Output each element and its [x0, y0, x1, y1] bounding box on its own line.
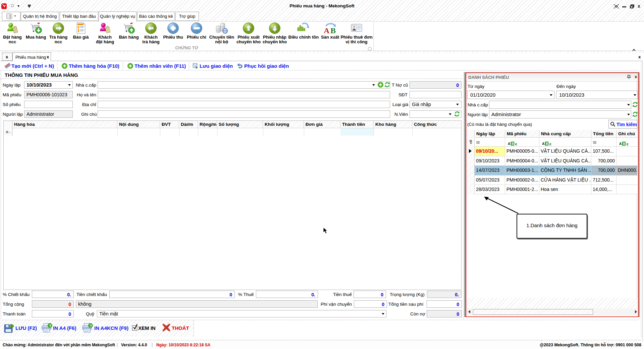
svg-text:B: B [330, 26, 336, 34]
svg-text:A: A [508, 142, 510, 146]
svg-text:c: c [549, 142, 551, 146]
svg-text:B: B [512, 142, 514, 146]
svg-text:c: c [627, 142, 629, 146]
svg-text:B: B [623, 142, 625, 146]
svg-text:A: A [324, 26, 330, 34]
svg-text:c: c [515, 142, 517, 146]
svg-text:A: A [542, 142, 544, 146]
svg-text:A: A [619, 142, 622, 146]
svg-text:?: ? [49, 324, 52, 328]
svg-text:?: ? [90, 324, 92, 328]
svg-text:B: B [546, 142, 548, 146]
